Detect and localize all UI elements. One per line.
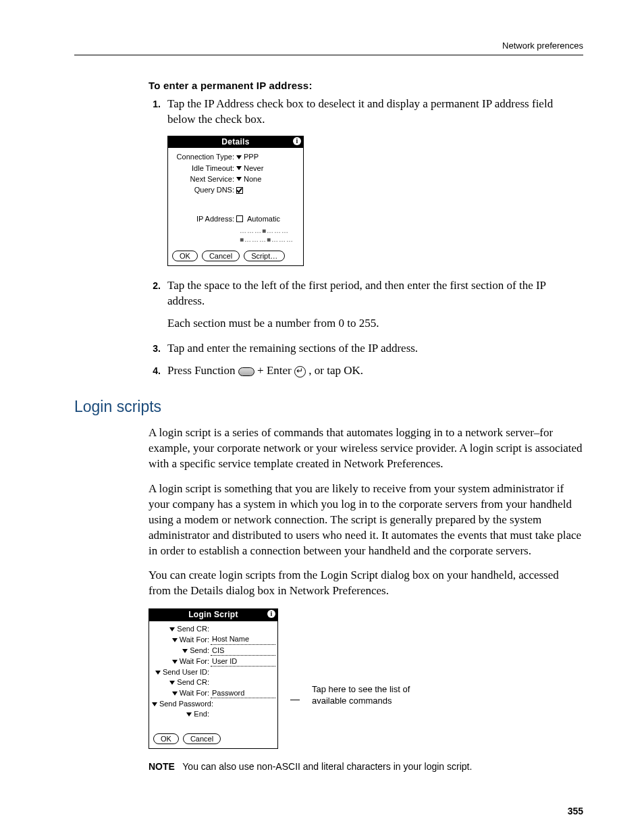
script-button[interactable]: Script…: [244, 251, 285, 261]
note-text: You can also use non-ASCII and literal c…: [182, 761, 472, 772]
ls-label: Send:: [190, 646, 209, 654]
paragraph: You can create login scripts from the Lo…: [149, 568, 583, 599]
function-key-icon: [238, 367, 254, 376]
cancel-button[interactable]: Cancel: [202, 251, 240, 261]
idle-timeout-label: Idle Timeout:: [172, 163, 236, 173]
ls-value[interactable]: CIS: [211, 646, 275, 656]
ip-entry-field[interactable]: ………■………■………■………: [240, 226, 299, 244]
step-subtext: Each section must be a number from 0 to …: [167, 316, 583, 332]
ok-button[interactable]: OK: [153, 733, 179, 744]
note: NOTE You can also use non-ASCII and lite…: [149, 761, 583, 772]
paragraph: A login script is a series of commands t…: [149, 425, 583, 472]
heading-login-scripts: Login scripts: [74, 398, 583, 416]
idle-timeout-value[interactable]: Never: [244, 163, 263, 173]
dropdown-icon[interactable]: [172, 692, 178, 696]
ls-label: End:: [194, 710, 209, 718]
ok-button[interactable]: OK: [172, 251, 198, 261]
running-head: Network preferences: [74, 41, 583, 55]
step-text: Tap the space to the left of the first p…: [167, 278, 583, 309]
callout-text: Tap here to see the list of available co…: [312, 684, 410, 707]
ls-label: Wait For:: [180, 689, 209, 697]
ls-value[interactable]: Host Name: [211, 634, 275, 644]
dropdown-icon[interactable]: [236, 155, 242, 159]
dropdown-icon[interactable]: [169, 627, 175, 631]
dialog-title: Login Script i: [149, 609, 277, 621]
dropdown-icon[interactable]: [236, 166, 242, 170]
ls-value[interactable]: User ID: [211, 656, 275, 667]
callout-line2: available commands: [312, 696, 392, 706]
ls-label: Send Password:: [159, 700, 213, 708]
next-service-label: Next Service:: [172, 174, 236, 184]
info-icon[interactable]: i: [293, 137, 301, 145]
dropdown-icon[interactable]: [186, 712, 192, 716]
step-text: Tap and enter the remaining sections of …: [167, 341, 583, 357]
callout-leader: [290, 700, 300, 700]
step-text: Tap the IP Address check box to deselect…: [167, 97, 583, 128]
callout-line1: Tap here to see the list of: [312, 684, 410, 694]
query-dns-checkbox[interactable]: [236, 187, 243, 194]
enter-key-icon: [294, 366, 306, 377]
cancel-button[interactable]: Cancel: [183, 733, 221, 744]
dropdown-icon[interactable]: [172, 638, 178, 642]
step4-mid: + Enter: [257, 364, 294, 377]
info-icon[interactable]: i: [267, 610, 275, 618]
section-title: To enter a permanent IP address:: [149, 80, 583, 91]
ip-address-label: IP Address:: [172, 214, 236, 224]
dialog-title-text: Details: [221, 137, 249, 147]
ls-label: Send User ID:: [163, 668, 209, 676]
step-number: 4.: [149, 363, 161, 379]
dropdown-icon[interactable]: [182, 649, 188, 653]
next-service-value[interactable]: None: [244, 174, 261, 184]
dropdown-icon[interactable]: [152, 702, 157, 706]
page-number: 355: [74, 806, 583, 816]
ip-auto-checkbox[interactable]: [236, 215, 243, 222]
ls-label: Send CR:: [177, 625, 209, 633]
dropdown-icon[interactable]: [169, 681, 175, 685]
paragraph: A login script is something that you are…: [149, 481, 583, 559]
dialog-title-text: Login Script: [188, 610, 238, 619]
ls-label: Send CR:: [177, 678, 209, 686]
query-dns-label: Query DNS:: [172, 185, 236, 194]
step-number: 2.: [149, 278, 161, 309]
step-text: Press Function + Enter , or tap OK.: [167, 363, 583, 379]
ls-label: Wait For:: [180, 635, 209, 644]
dropdown-icon[interactable]: [236, 177, 242, 181]
note-label: NOTE: [149, 761, 175, 772]
ls-label: Wait For:: [180, 657, 209, 665]
dialog-title: Details i: [168, 136, 303, 149]
conn-type-label: Connection Type:: [172, 152, 236, 161]
dropdown-icon[interactable]: [172, 660, 178, 664]
step4-pre: Press Function: [167, 364, 238, 377]
conn-type-value[interactable]: PPP: [244, 152, 259, 161]
dropdown-icon[interactable]: [155, 671, 161, 675]
ls-value[interactable]: Password: [211, 688, 275, 698]
step4-post: , or tap OK.: [308, 364, 363, 377]
ip-auto-text: Automatic: [247, 214, 280, 224]
step-number: 1.: [149, 97, 161, 128]
login-script-dialog: Login Script i Send CR: Wait For:Host Na…: [149, 608, 278, 749]
step-number: 3.: [149, 341, 161, 357]
details-dialog: Details i Connection Type: PPP Idle Time…: [167, 136, 304, 266]
